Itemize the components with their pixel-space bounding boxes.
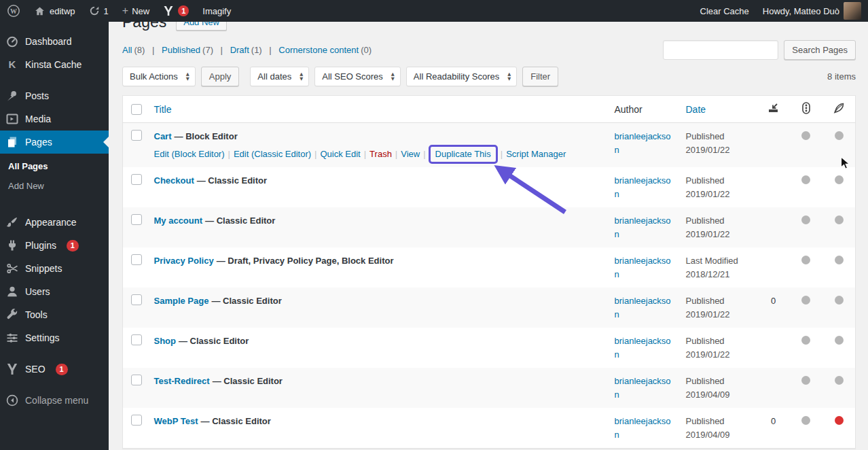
page-title-link[interactable]: My account (154, 215, 203, 226)
sidebar-item-seo[interactable]: SEO 1 (0, 358, 109, 381)
view-draft-link[interactable]: Draft(1) (230, 45, 262, 55)
new-content-menu[interactable]: + New (115, 0, 156, 22)
collapse-menu-button[interactable]: Collapse menu (0, 389, 109, 412)
select-row-checkbox[interactable] (131, 375, 142, 385)
publish-status: Published (686, 175, 725, 186)
author-link[interactable]: brianleejackson (615, 336, 671, 360)
script-manager-link[interactable]: Script Manager (506, 149, 566, 159)
sidebar-item-plugins[interactable]: Plugins 1 (0, 234, 109, 257)
seo-score-traffic-light-icon (802, 102, 810, 114)
select-all-checkbox[interactable] (131, 104, 142, 115)
sidebar-item-kinsta-cache[interactable]: K Kinsta Cache (0, 53, 109, 76)
account-menu[interactable]: Howdy, Matteo Duò (756, 0, 868, 22)
view-cornerstone-link[interactable]: Cornerstone content(0) (278, 45, 372, 55)
view-label: Cornerstone content (278, 45, 359, 55)
sidebar-item-posts[interactable]: Posts (0, 84, 109, 107)
page-title-link[interactable]: Shop (154, 336, 177, 346)
search-input[interactable] (663, 40, 778, 60)
author-link[interactable]: brianleejackson (615, 215, 671, 239)
links-count: 0 (771, 296, 776, 306)
page-title-link[interactable]: Checkout (154, 175, 194, 186)
sidebar-item-label: Snippets (25, 263, 62, 274)
page-title-link[interactable]: Sample Page (154, 296, 209, 306)
seo-scores-filter-select[interactable]: All SEO Scores ▲▼ (314, 67, 401, 86)
submenu-add-new[interactable]: Add New (0, 176, 109, 196)
author-link[interactable]: brianleejackson (615, 256, 671, 279)
publish-date: 2019/01/22 (686, 188, 751, 201)
select-row-checkbox[interactable] (131, 174, 142, 185)
edit-classic-editor-link[interactable]: Edit (Classic Editor) (234, 149, 311, 159)
imagify-menu[interactable]: Imagify (196, 0, 238, 22)
select-row-checkbox[interactable] (131, 214, 142, 225)
page-title-link[interactable]: WebP Test (154, 416, 198, 426)
publish-status: Published (686, 296, 725, 306)
sidebar-item-tools[interactable]: Tools (0, 303, 109, 326)
post-state: — Classic Editor (211, 296, 281, 306)
dates-filter-value: All dates (257, 71, 291, 82)
author-link[interactable]: brianleejackson (615, 376, 671, 400)
items-count: 8 items (827, 71, 856, 82)
select-row-checkbox[interactable] (131, 130, 142, 141)
pages-icon (5, 135, 19, 149)
apply-button[interactable]: Apply (201, 67, 240, 86)
select-row-checkbox[interactable] (131, 294, 142, 305)
sidebar-item-label: Tools (25, 309, 48, 320)
sort-by-date-header[interactable]: Date (686, 104, 706, 115)
separator: | (221, 45, 223, 55)
author-link[interactable]: brianleejackson (615, 175, 671, 199)
sidebar-item-dashboard[interactable]: Dashboard (0, 30, 109, 53)
submenu-all-pages[interactable]: All Pages (0, 156, 109, 176)
view-count: (1) (251, 45, 262, 55)
separator: | (152, 45, 154, 55)
site-menu[interactable]: editwp (27, 0, 82, 22)
collapse-icon (5, 394, 19, 407)
dashboard-icon (5, 35, 19, 48)
updates-menu[interactable]: 1 (82, 0, 115, 22)
table-row: Sample Page— Classic Editor brianleejack… (123, 288, 856, 328)
publish-date: 2019/04/09 (686, 388, 751, 402)
menu-separator (0, 381, 109, 389)
sidebar-item-appearance[interactable]: Appearance (0, 211, 109, 234)
table-row: Cart— Block Editor Edit (Block Editor)|E… (123, 123, 856, 168)
quick-edit-link[interactable]: Quick Edit (320, 149, 360, 159)
author-link[interactable]: brianleejackson (615, 416, 671, 440)
svg-text:K: K (9, 58, 16, 70)
sidebar-item-media[interactable]: Media (0, 107, 109, 131)
bulk-actions-select[interactable]: Bulk Actions ▲▼ (122, 67, 196, 86)
table-row: Test-Redirect— Classic Editor brianleeja… (123, 368, 856, 408)
sort-by-title-header[interactable]: Title (154, 104, 172, 115)
view-link[interactable]: View (401, 149, 420, 159)
avatar (844, 2, 861, 20)
imagify-label: Imagify (202, 6, 231, 16)
page-title-link[interactable]: Privacy Policy (154, 256, 214, 266)
select-row-checkbox[interactable] (131, 415, 142, 426)
view-published-link[interactable]: Published(7) (162, 45, 213, 55)
sidebar-item-pages[interactable]: Pages (0, 131, 109, 154)
seo-notification-badge: 1 (56, 364, 68, 375)
edit-block-editor-link[interactable]: Edit (Block Editor) (154, 149, 225, 159)
author-link[interactable]: brianleejackson (615, 296, 671, 319)
readability-scores-filter-select[interactable]: All Readability Scores ▲▼ (406, 67, 517, 86)
yoast-menu[interactable]: 1 (156, 0, 196, 22)
sidebar-item-settings[interactable]: Settings (0, 326, 109, 349)
wordpress-logo-menu[interactable]: W (0, 0, 27, 22)
site-name: editwp (50, 6, 75, 16)
select-row-checkbox[interactable] (131, 334, 142, 345)
sidebar-item-snippets[interactable]: Snippets (0, 257, 109, 280)
duplicate-this-link[interactable]: Duplicate This (435, 149, 491, 159)
sidebar-item-label: Kinsta Cache (25, 59, 82, 70)
view-all-link[interactable]: All(8) (122, 45, 145, 55)
select-row-checkbox[interactable] (131, 254, 142, 265)
page-title-link[interactable]: Cart (154, 131, 172, 141)
trash-link[interactable]: Trash (369, 149, 392, 159)
clear-cache-button[interactable]: Clear Cache (693, 0, 756, 22)
pin-icon (5, 89, 19, 103)
author-link[interactable]: brianleejackson (615, 131, 671, 155)
filter-button[interactable]: Filter (522, 67, 558, 86)
view-label: All (122, 45, 132, 55)
sidebar-item-users[interactable]: Users (0, 280, 109, 303)
dates-filter-select[interactable]: All dates ▲▼ (250, 67, 309, 86)
sidebar-item-label: Settings (25, 332, 60, 343)
page-title-link[interactable]: Test-Redirect (154, 376, 210, 386)
search-pages-button[interactable]: Search Pages (784, 40, 856, 60)
